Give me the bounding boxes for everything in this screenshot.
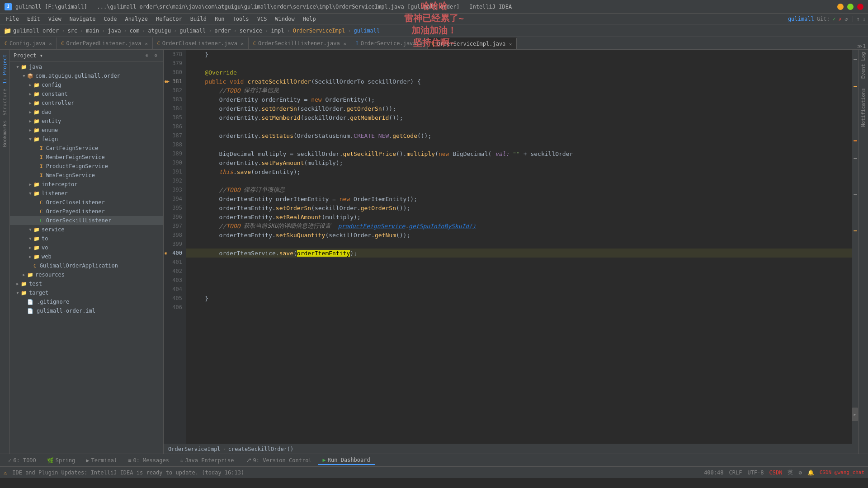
tab-overflow[interactable]: ≫1 xyxy=(857,43,866,49)
minimize-button[interactable] xyxy=(837,4,844,10)
tab-orderservice[interactable]: I OrderService.java ✕ xyxy=(351,38,428,49)
tab-orderserviceimpl[interactable]: C OrderServiceImpl.java ✕ xyxy=(428,38,517,49)
status-notifications-btn[interactable]: 🔔 xyxy=(807,469,814,476)
link-getspuinfobyskuid[interactable]: getSpuInfoBySkuId() xyxy=(409,223,476,230)
tab-config-close[interactable]: ✕ xyxy=(49,41,52,46)
tree-gitignore[interactable]: 📄 .gitignore xyxy=(10,297,163,306)
breadcrumb-createseckillorder[interactable]: createSeckillOrder() xyxy=(228,446,294,452)
tree-test[interactable]: ▶ 📁 test xyxy=(10,279,163,288)
menu-navigate[interactable]: Navigate xyxy=(66,15,99,23)
side-tab-notifications[interactable]: Notifications xyxy=(860,88,866,127)
status-lang[interactable]: 英 xyxy=(788,469,793,476)
bottom-tab-rundashboard[interactable]: ▶ Run Dashboard xyxy=(318,456,375,465)
bottom-tab-todo[interactable]: ✓ 6: TODO xyxy=(4,456,41,465)
tab-orderseckill[interactable]: C OrderSeckillListener.java ✕ xyxy=(249,38,351,49)
tree-feign[interactable]: ▼ 📁 feign xyxy=(10,135,163,144)
right-scroll-gutter[interactable]: ▶ xyxy=(852,50,858,444)
git-branch[interactable]: gulimall xyxy=(788,16,814,22)
tree-gulimallorderapplication[interactable]: C GulimallOrderApplication xyxy=(10,261,163,270)
tree-dao[interactable]: ▶ 📁 dao xyxy=(10,108,163,117)
nav-com[interactable]: com xyxy=(130,28,140,34)
breadcrumb-orderserviceimpl[interactable]: OrderServiceImpl xyxy=(168,446,221,452)
tree-target[interactable]: ▼ 📁 target xyxy=(10,288,163,297)
tree-controller[interactable]: ▶ 📁 controller xyxy=(10,99,163,108)
tree-entity[interactable]: ▶ 📁 entity xyxy=(10,117,163,126)
status-warning-text[interactable]: IDE and Plugin Updates: IntelliJ IDEA is… xyxy=(12,469,244,476)
nav-gulimall-order[interactable]: gulimall-order xyxy=(13,28,59,34)
tree-to[interactable]: ▼ 📁 to xyxy=(10,234,163,243)
status-settings[interactable]: ⚙ xyxy=(798,469,802,476)
tree-constant[interactable]: ▶ 📁 constant xyxy=(10,89,163,99)
tree-config[interactable]: ▶ 📁 config xyxy=(10,80,163,89)
menu-file[interactable]: File xyxy=(2,15,23,23)
tree-resources[interactable]: ▶ 📁 resources xyxy=(10,270,163,279)
nav-main[interactable]: main xyxy=(86,28,99,34)
tree-productfeignservice[interactable]: I ProductFeignService xyxy=(10,162,163,171)
menu-build[interactable]: Build xyxy=(187,15,210,23)
tree-ordercloselistener[interactable]: C OrderCloseListener xyxy=(10,198,163,207)
menu-code[interactable]: Code xyxy=(100,15,121,23)
nav-src[interactable]: src xyxy=(67,28,77,34)
tree-cartfeignservice[interactable]: I CartFeignService xyxy=(10,144,163,153)
tree-web[interactable]: ▶ 📁 web xyxy=(10,252,163,261)
side-tab-event-log[interactable]: Event Log xyxy=(860,52,866,79)
nav-order[interactable]: order xyxy=(214,28,231,34)
bottom-tab-javaenterprise[interactable]: ☕ Java Enterprise xyxy=(175,456,239,465)
bottom-tab-versioncontrol[interactable]: ⎇ 9: Version Control xyxy=(241,456,316,465)
tree-vo[interactable]: ▶ 📁 vo xyxy=(10,243,163,252)
tree-service[interactable]: ▼ 📁 service xyxy=(10,225,163,234)
nav-orderserviceimpl[interactable]: OrderServiceImpl xyxy=(293,28,345,34)
tree-orderseckilllistener[interactable]: C OrderSeckillListener xyxy=(10,216,163,225)
tree-memberfeignservice[interactable]: I MemberFeignService xyxy=(10,153,163,162)
menu-help[interactable]: Help xyxy=(299,15,320,23)
menu-window[interactable]: Window xyxy=(271,15,298,23)
tab-config[interactable]: C Config.java ✕ xyxy=(0,38,57,49)
tab-orderservice-close[interactable]: ✕ xyxy=(420,41,423,46)
tree-enume[interactable]: ▶ 📁 enume xyxy=(10,126,163,135)
maximize-button[interactable] xyxy=(847,4,854,10)
status-crlf[interactable]: CRLF xyxy=(729,469,742,476)
menu-run[interactable]: Run xyxy=(211,15,228,23)
nav-impl[interactable]: impl xyxy=(271,28,284,34)
git-checkmark[interactable]: ✓ xyxy=(833,16,836,22)
git-push[interactable]: ↑ xyxy=(857,16,860,22)
bottom-tab-spring[interactable]: 🌿 Spring xyxy=(42,456,80,465)
tree-orderpayedlistener[interactable]: C OrderPayedListener xyxy=(10,207,163,216)
menu-view[interactable]: View xyxy=(45,15,65,23)
tab-orderserviceimpl-close[interactable]: ✕ xyxy=(509,42,512,47)
bottom-tab-messages[interactable]: ≡ 0: Messages xyxy=(123,456,174,465)
menu-tools[interactable]: Tools xyxy=(229,15,253,23)
tab-orderclose[interactable]: C OrderCloseListener.java ✕ xyxy=(153,38,249,49)
tree-package[interactable]: ▼ 📦 com.atguigu.gulimall.order xyxy=(10,71,163,80)
tab-orderseckill-close[interactable]: ✕ xyxy=(344,41,346,46)
side-tab-project[interactable]: 1: Project xyxy=(2,54,8,84)
tree-interceptor[interactable]: ▶ 📁 interceptor xyxy=(10,180,163,189)
side-tab-structure[interactable]: Structure xyxy=(2,89,8,116)
nav-atguigu[interactable]: atguigu xyxy=(148,28,171,34)
menu-vcs[interactable]: VCS xyxy=(254,15,271,23)
tree-iml[interactable]: 📄 gulimall-order.iml xyxy=(10,306,163,315)
status-charset[interactable]: UTF-8 xyxy=(747,469,764,476)
panel-locate-btn[interactable]: ⊕ xyxy=(143,52,151,59)
bottom-tab-terminal[interactable]: ▶ Terminal xyxy=(81,456,122,465)
tree-wmsfeignservice[interactable]: I WmsFeignService xyxy=(10,171,163,180)
nav-service[interactable]: service xyxy=(240,28,263,34)
code-content[interactable]: } @Override public void createSeckillOrd… xyxy=(186,50,852,444)
link-productfeignservice[interactable]: productFeignService xyxy=(338,223,406,230)
tab-orderclose-close[interactable]: ✕ xyxy=(241,41,244,46)
git-arrow-back[interactable]: ↺ xyxy=(844,16,848,22)
tab-orderpayed[interactable]: C OrderPayedListener.java ✕ xyxy=(57,38,153,49)
nav-gulimall[interactable]: gulimall xyxy=(179,28,206,34)
menu-edit[interactable]: Edit xyxy=(24,15,44,23)
tree-java[interactable]: ▼ 📁 java xyxy=(10,62,163,71)
status-csdn[interactable]: CSDN xyxy=(769,469,783,476)
panel-settings-btn[interactable]: ⚙ xyxy=(152,52,160,59)
side-tab-bookmarks[interactable]: Bookmarks xyxy=(2,120,8,147)
close-button[interactable] xyxy=(857,4,863,10)
git-pull[interactable]: ↓ xyxy=(863,16,866,22)
nav-java[interactable]: java xyxy=(108,28,121,34)
menu-refactor[interactable]: Refactor xyxy=(152,15,186,23)
tab-orderpayed-close[interactable]: ✕ xyxy=(145,41,148,46)
window-controls[interactable] xyxy=(837,4,863,10)
menu-analyze[interactable]: Analyze xyxy=(121,15,151,23)
